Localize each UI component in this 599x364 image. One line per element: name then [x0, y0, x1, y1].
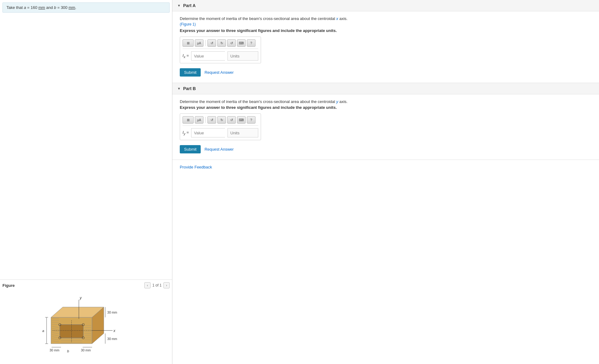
- toolbar-b-redo-button[interactable]: ↻: [217, 116, 226, 124]
- part-a-description: Determine the moment of inertia of the b…: [180, 16, 592, 21]
- undo-icon: ↺: [211, 41, 213, 45]
- unit2: mm: [69, 5, 75, 10]
- figure-title: Figure: [2, 283, 15, 288]
- part-a-figure-ref: (Figure 1): [180, 22, 592, 26]
- part-a-section: ▼ Part A Determine the moment of inertia…: [172, 0, 599, 83]
- svg-text:y: y: [79, 296, 82, 300]
- figure-nav: ‹ 1 of 1 ›: [144, 282, 170, 288]
- figure-canvas: y x a 30 mm: [2, 291, 170, 362]
- toolbar-a-refresh-button[interactable]: ↺: [227, 39, 236, 47]
- part-b-action-row: Submit Request Answer: [180, 145, 592, 153]
- part-b-equation-label: Iy =: [183, 130, 189, 136]
- part-b-section: ▼ Part B Determine the moment of inertia…: [172, 83, 599, 160]
- figure-prev-button[interactable]: ‹: [144, 282, 151, 288]
- eq1: = 160: [26, 5, 38, 10]
- toolbar-b-undo-button[interactable]: ↺: [207, 116, 216, 124]
- toolbar-a-sep1: [205, 40, 206, 46]
- toolbar-a-help-button[interactable]: ?: [247, 39, 255, 47]
- svg-text:30 mm: 30 mm: [81, 349, 90, 352]
- part-b-submit-button[interactable]: Submit: [180, 145, 201, 153]
- provide-feedback-link[interactable]: Provide Feedback: [172, 160, 599, 174]
- part-a-label: Part A: [183, 3, 196, 8]
- given-info-box: Take that a = 160 mm and b = 300 mm.: [2, 2, 170, 13]
- toolbar-a-mu-button[interactable]: μA: [195, 39, 203, 47]
- redo-icon-b: ↻: [220, 118, 223, 122]
- part-a-header[interactable]: ▼ Part A: [172, 0, 599, 11]
- left-panel: Take that a = 160 mm and b = 300 mm. Fig…: [0, 0, 172, 364]
- part-a-content: Determine the moment of inertia of the b…: [172, 11, 599, 83]
- refresh-icon-b: ↺: [230, 118, 233, 122]
- undo-icon-b: ↺: [211, 118, 213, 122]
- toolbar-b-grid-button[interactable]: ⊞: [183, 116, 194, 124]
- figure-header: Figure ‹ 1 of 1 ›: [2, 282, 170, 288]
- part-a-value-input[interactable]: [191, 51, 225, 61]
- svg-text:x: x: [113, 329, 115, 333]
- figure-next-button[interactable]: ›: [163, 282, 170, 288]
- chevron-right-icon: ›: [166, 283, 167, 287]
- part-b-value-input[interactable]: [191, 128, 225, 137]
- toolbar-b-sep1: [205, 117, 206, 123]
- var-a: a: [24, 5, 26, 10]
- eq2: = 300: [56, 5, 69, 10]
- mu-icon-b: μA: [197, 118, 201, 122]
- part-b-description: Determine the moment of inertia of the b…: [180, 99, 592, 104]
- toolbar-b-keyboard-button[interactable]: ⌨: [237, 116, 246, 124]
- part-a-request-answer-link[interactable]: Request Answer: [204, 70, 234, 75]
- right-panel: ▼ Part A Determine the moment of inertia…: [172, 0, 599, 364]
- chevron-left-icon: ‹: [147, 283, 148, 287]
- part-b-header[interactable]: ▼ Part B: [172, 83, 599, 94]
- part-b-answer-row: Iy =: [183, 128, 258, 137]
- part-a-action-row: Submit Request Answer: [180, 68, 592, 77]
- toolbar-b-mu-button[interactable]: μA: [195, 116, 203, 124]
- part-a-units-input[interactable]: [227, 51, 258, 61]
- svg-text:a: a: [42, 329, 44, 333]
- svg-text:30 mm: 30 mm: [49, 349, 59, 352]
- svg-text:30 mm: 30 mm: [107, 311, 117, 314]
- toolbar-a-undo-button[interactable]: ↺: [207, 39, 216, 47]
- grid-icon-b: ⊞: [187, 118, 190, 122]
- svg-text:30 mm: 30 mm: [107, 337, 117, 341]
- mu-icon: μA: [197, 42, 201, 45]
- toolbar-b-help-button[interactable]: ?: [247, 116, 255, 124]
- toolbar-a-redo-button[interactable]: ↻: [217, 39, 226, 47]
- unit1: mm: [38, 5, 45, 10]
- part-b-answer-box: ⊞ μA ↺ ↻ ↺ ⌨: [180, 113, 261, 140]
- part-a-toolbar: ⊞ μA ↺ ↻ ↺ ⌨: [183, 39, 258, 49]
- part-b-collapse-icon: ▼: [177, 87, 181, 90]
- redo-icon: ↻: [220, 41, 223, 45]
- toolbar-b-refresh-button[interactable]: ↺: [227, 116, 236, 124]
- help-icon-b: ?: [250, 118, 252, 122]
- part-b-units-input[interactable]: [227, 128, 258, 137]
- toolbar-a-grid-button[interactable]: ⊞: [183, 39, 194, 47]
- svg-text:b: b: [67, 349, 69, 353]
- part-b-content: Determine the moment of inertia of the b…: [172, 94, 599, 160]
- grid-icon: ⊞: [187, 41, 190, 45]
- keyboard-icon-b: ⌨: [239, 118, 244, 122]
- keyboard-icon: ⌨: [239, 41, 244, 45]
- var-b: b: [54, 5, 56, 10]
- figure-svg: y x a 30 mm: [31, 294, 142, 355]
- part-b-label: Part B: [183, 86, 196, 91]
- figure-section: Figure ‹ 1 of 1 ›: [0, 279, 172, 364]
- part-a-answer-box: ⊞ μA ↺ ↻ ↺ ⌨: [180, 37, 261, 63]
- part-b-request-answer-link[interactable]: Request Answer: [204, 147, 234, 152]
- toolbar-a-keyboard-button[interactable]: ⌨: [237, 39, 246, 47]
- part-b-instruction: Express your answer to three significant…: [180, 105, 592, 110]
- part-a-collapse-icon: ▼: [177, 4, 181, 7]
- help-icon: ?: [250, 41, 252, 45]
- part-a-submit-button[interactable]: Submit: [180, 68, 201, 77]
- and-text: and: [45, 5, 54, 10]
- refresh-icon: ↺: [230, 41, 233, 45]
- part-b-toolbar: ⊞ μA ↺ ↻ ↺ ⌨: [183, 116, 258, 126]
- given-text: Take that: [6, 5, 24, 10]
- part-a-instruction: Express your answer to three significant…: [180, 28, 592, 33]
- period: .: [75, 5, 76, 10]
- part-a-answer-row: Ix =: [183, 51, 258, 61]
- part-a-equation-label: Ix =: [183, 53, 189, 59]
- figure-page-count: 1 of 1: [152, 283, 162, 287]
